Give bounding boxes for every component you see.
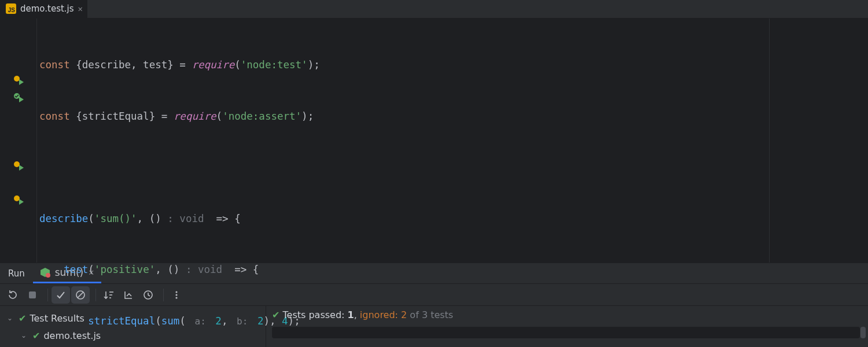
type-hint: : void [186, 264, 222, 275]
svg-rect-10 [29, 291, 36, 298]
run-test-gutter-icon[interactable] [13, 75, 24, 86]
scrollbar-thumb[interactable] [860, 327, 866, 338]
output-total: of 3 tests [407, 309, 453, 320]
svg-point-6 [14, 195, 20, 201]
svg-point-0 [14, 76, 20, 82]
file-tab-demo-test-js[interactable]: JS demo.test.js ✕ [0, 0, 87, 18]
js-file-icon: JS [6, 3, 16, 14]
pass-check-icon: ✔ [19, 313, 26, 324]
describe-call: describe [39, 213, 88, 224]
output-console-area[interactable] [272, 327, 860, 338]
node-test-config-icon [40, 267, 50, 278]
keyword-const: const [39, 110, 76, 122]
require-call: require [174, 110, 216, 122]
rerun-button[interactable] [3, 286, 22, 304]
editor-tabbar: JS demo.test.js ✕ [0, 0, 868, 19]
svg-point-9 [46, 273, 50, 278]
run-test-gutter-icon[interactable] [13, 194, 24, 206]
output-ignored: ignored: 2 [360, 309, 407, 320]
svg-point-4 [14, 161, 20, 167]
output-passed-count: 1 [348, 309, 354, 320]
test-call: test [64, 264, 88, 275]
chevron-down-icon[interactable]: ⌄ [21, 331, 29, 339]
file-tab-label: demo.test.js [20, 3, 74, 14]
output-passed-label: Tests passed: [283, 309, 348, 320]
svg-marker-3 [19, 97, 24, 102]
code-area[interactable]: const {describe, test} = require('node:t… [37, 19, 868, 263]
pass-check-icon: ✔ [272, 309, 283, 320]
test-output[interactable]: ✔ Tests passed: 1, ignored: 2 of 3 tests [266, 306, 868, 347]
chevron-down-icon[interactable]: ⌄ [7, 314, 15, 322]
type-hint: : void [167, 213, 204, 224]
code-editor[interactable]: const {describe, test} = require('node:t… [0, 19, 868, 263]
keyword-const: const [39, 59, 76, 71]
param-hint: b: [229, 316, 250, 327]
close-tab-icon[interactable]: ✕ [78, 4, 83, 13]
svg-marker-5 [19, 165, 24, 171]
run-test-gutter-icon-passed[interactable] [13, 92, 24, 104]
require-call: require [192, 59, 234, 71]
svg-marker-1 [19, 79, 24, 85]
run-test-gutter-icon[interactable] [13, 160, 24, 172]
param-hint: a: [187, 316, 208, 327]
svg-marker-7 [19, 199, 24, 205]
toolwin-title[interactable]: Run [0, 263, 33, 283]
editor-gutter [0, 19, 37, 263]
